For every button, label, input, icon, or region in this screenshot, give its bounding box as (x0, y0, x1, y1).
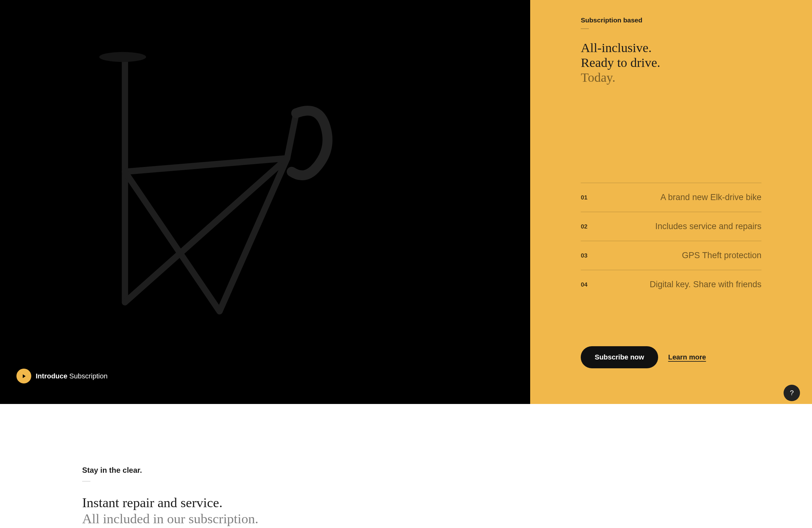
headline-line2: Ready to drive. (581, 55, 762, 70)
feature-text: A brand new Elk-drive bike (660, 193, 762, 202)
subscribe-button[interactable]: Subscribe now (581, 346, 658, 368)
feature-number: 01 (581, 194, 588, 201)
feature-row: 02 Includes service and repairs (581, 212, 762, 241)
svg-point-6 (99, 52, 146, 62)
headline-line1: All-inclusive. (581, 41, 762, 55)
learn-more-link[interactable]: Learn more (668, 353, 706, 361)
intro-text: Introduce Subscription (36, 372, 107, 380)
feature-number: 04 (581, 281, 588, 288)
feature-row: 03 GPS Theft protection (581, 241, 762, 270)
feature-number: 03 (581, 252, 588, 259)
play-icon (23, 374, 26, 378)
hero-right-panel: Subscription based All-inclusive. Ready … (530, 0, 812, 404)
headline-line3: Today. (581, 70, 762, 85)
feature-row: 01 A brand new Elk-drive bike (581, 183, 762, 212)
svg-line-1 (125, 159, 287, 172)
feature-text: Digital key. Share with friends (650, 280, 762, 289)
hero-headline: All-inclusive. Ready to drive. Today. (581, 41, 762, 85)
bike-image (53, 32, 350, 347)
play-button[interactable] (16, 368, 31, 383)
section2-headline: Instant repair and service. All included… (82, 495, 730, 527)
section2-eyebrow: Stay in the clear. (82, 466, 730, 475)
section2-rule (82, 481, 90, 482)
intro-strong: Introduce (36, 372, 67, 380)
feature-number: 02 (581, 223, 588, 230)
features-list: 01 A brand new Elk-drive bike 02 Include… (581, 183, 762, 299)
eyebrow-rule (581, 28, 589, 29)
feature-text: Includes service and repairs (655, 222, 762, 231)
intro-rest: Subscription (67, 372, 107, 380)
section-2: Stay in the clear. Instant repair and se… (0, 404, 812, 528)
headline2-line1: Instant repair and service. (82, 495, 730, 511)
svg-line-2 (125, 159, 287, 302)
help-button[interactable]: ? (784, 385, 800, 401)
svg-line-5 (287, 113, 296, 159)
svg-line-4 (220, 159, 287, 312)
intro-badge: Introduce Subscription (16, 368, 107, 383)
feature-text: GPS Theft protection (682, 251, 762, 260)
hero-image-panel: Introduce Subscription (0, 0, 530, 404)
headline2-line2: All included in our subscription. (82, 511, 730, 527)
hero-eyebrow: Subscription based (581, 16, 762, 24)
hero-section: Introduce Subscription Subscription base… (0, 0, 812, 404)
feature-row: 04 Digital key. Share with friends (581, 270, 762, 299)
cta-row: Subscribe now Learn more (581, 346, 762, 368)
